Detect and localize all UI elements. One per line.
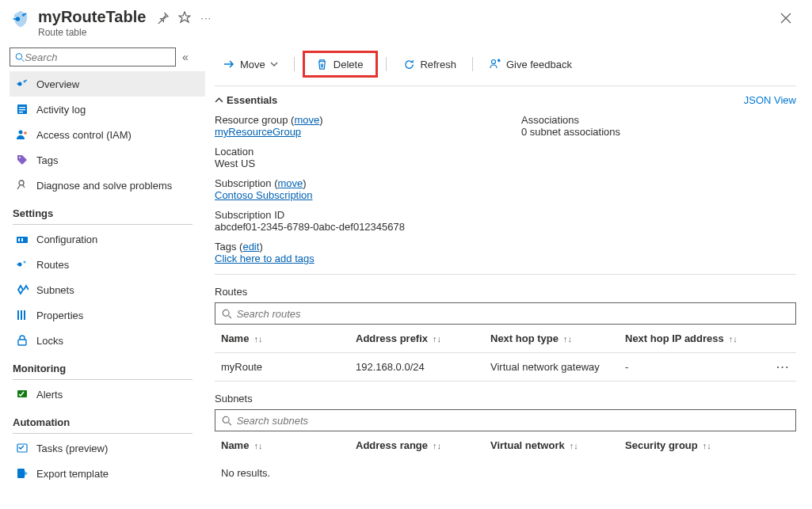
resource-group-value[interactable]: myResourceGroup — [215, 126, 301, 138]
sidebar-item-subnets[interactable]: Subnets — [10, 277, 205, 302]
trash-icon — [316, 58, 329, 70]
svg-rect-15 — [21, 238, 23, 241]
sidebar-item-properties[interactable]: Properties — [10, 302, 205, 328]
tags-add-link[interactable]: Click here to add tags — [215, 253, 315, 264]
sort-icon[interactable]: ↑↓ — [563, 334, 572, 344]
svg-point-11 — [19, 157, 21, 158]
chevron-up-icon[interactable] — [215, 96, 223, 104]
favorite-icon[interactable] — [178, 11, 191, 24]
sidebar-item-access-control[interactable]: Access control (IAM) — [10, 122, 205, 147]
alerts-icon — [16, 388, 29, 401]
routes-search-input[interactable] — [237, 308, 789, 320]
svg-point-2 — [16, 53, 22, 59]
resource-group-label: Resource group (move) — [215, 114, 490, 126]
svg-point-9 — [19, 131, 23, 135]
feedback-icon — [489, 58, 501, 70]
sidebar-item-locks[interactable]: Locks — [10, 328, 205, 353]
sidebar-item-tasks[interactable]: Tasks (preview) — [10, 435, 205, 461]
svg-rect-19 — [21, 310, 22, 320]
sidebar-item-export-template[interactable]: Export template — [10, 461, 205, 486]
tags-label: Tags (edit) — [215, 241, 796, 253]
sidebar-search-input[interactable] — [25, 51, 170, 63]
subnets-search-input[interactable] — [237, 415, 789, 427]
svg-rect-7 — [19, 109, 25, 110]
sort-icon[interactable]: ↑↓ — [254, 334, 262, 344]
route-name-cell: myRoute — [221, 361, 356, 373]
more-icon[interactable]: ··· — [200, 12, 212, 24]
sidebar-item-configuration[interactable]: Configuration — [10, 226, 205, 252]
tasks-icon — [16, 442, 29, 454]
subscription-value[interactable]: Contoso Subscription — [215, 189, 313, 201]
routes-search[interactable] — [215, 302, 796, 325]
sidebar-item-label: Tags — [36, 154, 58, 166]
sidebar-item-diagnose[interactable]: Diagnose and solve problems — [10, 173, 205, 198]
svg-rect-20 — [24, 310, 25, 320]
sidebar-item-label: Alerts — [36, 389, 63, 401]
iam-icon — [16, 128, 29, 141]
route-prefix-cell: 192.168.0.0/24 — [356, 361, 490, 373]
sort-icon[interactable]: ↑↓ — [703, 441, 711, 450]
routes-section-title: Routes — [215, 275, 796, 302]
subnets-no-results: No results. — [215, 459, 796, 487]
resource-group-move-link[interactable]: move — [294, 114, 319, 126]
sidebar-item-label: Diagnose and solve problems — [36, 180, 172, 192]
chevron-down-icon — [270, 60, 278, 68]
sidebar-item-label: Configuration — [36, 234, 97, 245]
sidebar-group-monitoring: Monitoring — [10, 353, 205, 376]
svg-rect-8 — [19, 112, 23, 112]
sidebar: « Overview Activity log Access control (… — [0, 44, 205, 509]
json-view-link[interactable]: JSON View — [744, 94, 796, 106]
subscription-move-link[interactable]: move — [277, 177, 303, 189]
search-icon — [15, 52, 25, 63]
svg-point-16 — [18, 263, 22, 267]
close-icon[interactable] — [776, 9, 796, 27]
pin-icon[interactable] — [157, 12, 169, 24]
subnets-table-header: Name↑↓ Address range↑↓ Virtual network↑↓… — [215, 431, 796, 459]
location-label: Location — [215, 146, 490, 158]
sort-icon[interactable]: ↑↓ — [729, 334, 738, 344]
give-feedback-button[interactable]: Give feedback — [481, 55, 580, 74]
sidebar-group-automation: Automation — [10, 407, 205, 430]
sort-icon[interactable]: ↑↓ — [254, 441, 262, 450]
svg-rect-18 — [17, 310, 19, 320]
subnets-section-title: Subnets — [215, 382, 796, 409]
refresh-button[interactable]: Refresh — [395, 55, 464, 74]
routes-table-row[interactable]: myRoute 192.168.0.0/24 Virtual network g… — [215, 352, 796, 382]
move-button[interactable]: Move — [215, 55, 286, 74]
subscription-id-label: Subscription ID — [215, 209, 490, 221]
svg-point-27 — [223, 416, 229, 423]
associations-label: Associations — [521, 114, 796, 126]
route-hop-type-cell: Virtual network gateway — [490, 361, 625, 373]
toolbar: Move Delete Refresh — [215, 44, 796, 86]
row-more-icon[interactable]: ··· — [776, 361, 790, 373]
svg-point-12 — [19, 180, 24, 185]
overview-icon — [16, 78, 29, 90]
refresh-icon — [402, 58, 415, 70]
sidebar-search[interactable] — [10, 47, 176, 66]
sidebar-item-routes[interactable]: Routes — [10, 252, 205, 277]
svg-rect-14 — [18, 238, 20, 241]
delete-button[interactable]: Delete — [308, 55, 372, 74]
sidebar-item-label: Locks — [36, 335, 63, 347]
sidebar-item-label: Overview — [36, 78, 79, 90]
sidebar-item-activity-log[interactable]: Activity log — [10, 97, 205, 122]
routes-icon — [16, 258, 29, 271]
subnets-search[interactable] — [215, 409, 796, 431]
svg-rect-24 — [17, 469, 25, 478]
svg-point-26 — [223, 310, 229, 316]
diagnose-icon — [16, 179, 29, 192]
sidebar-item-alerts[interactable]: Alerts — [10, 382, 205, 407]
search-icon — [222, 309, 232, 319]
sidebar-item-overview[interactable]: Overview — [10, 71, 205, 97]
collapse-sidebar-icon[interactable]: « — [182, 51, 189, 63]
subnets-icon — [16, 283, 29, 296]
sidebar-group-settings: Settings — [10, 198, 205, 221]
sidebar-item-label: Routes — [36, 259, 69, 271]
sort-icon[interactable]: ↑↓ — [433, 334, 441, 344]
location-value: West US — [215, 158, 490, 169]
svg-point-10 — [24, 131, 27, 135]
tags-edit-link[interactable]: edit — [242, 241, 259, 253]
sidebar-item-tags[interactable]: Tags — [10, 147, 205, 173]
sort-icon[interactable]: ↑↓ — [433, 441, 441, 450]
sort-icon[interactable]: ↑↓ — [570, 441, 578, 450]
